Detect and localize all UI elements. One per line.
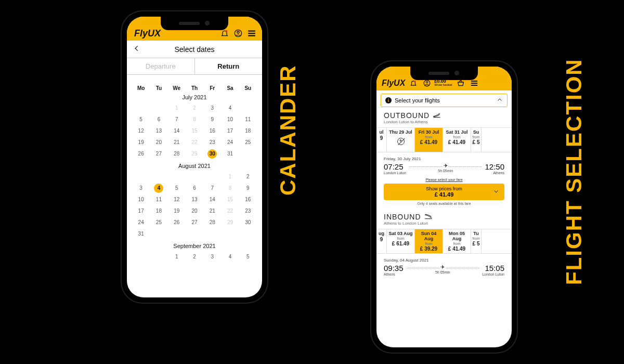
calendar-day[interactable]: 1 [168,251,186,263]
calendar-day[interactable]: 31 [132,228,150,240]
calendar-day[interactable]: 27 [150,148,167,160]
calendar-day[interactable]: 18 [239,125,257,137]
calendar-day[interactable]: 16 [239,194,257,205]
calendar-day[interactable]: 6 [150,114,167,125]
calendar-day[interactable]: 21 [203,205,221,217]
departure-place: London Luton [384,171,406,175]
phone-notch [161,17,228,30]
calendar-day[interactable]: 2 [186,102,203,114]
calendar-day[interactable]: 6 [186,183,203,194]
date-strip-item[interactable]: ul9 [376,128,387,152]
calendar-day[interactable]: 5 [239,251,257,263]
calendar-day[interactable]: 17 [221,125,239,137]
date-strip-item[interactable]: Sat 31 Julfrom£ 41.49 [443,128,471,152]
calendar-day[interactable]: 23 [239,205,257,217]
back-chevron-icon[interactable] [133,45,140,54]
calendar-day[interactable]: 17 [132,205,150,217]
calendar-day[interactable]: 18 [150,205,167,217]
date-strip-item[interactable]: Tufrom£ 5 [471,229,482,253]
calendar-day[interactable]: 25 [239,137,257,148]
calendar-day-selected-start[interactable]: 30 [203,148,221,160]
calendar-day[interactable]: 30 [239,217,257,228]
calendar-day[interactable]: 4 [221,102,239,114]
calendar-day[interactable]: 11 [239,114,257,125]
calendar-day[interactable]: 13 [150,125,167,137]
date-strip-item[interactable]: ug9 [376,229,387,253]
outbound-date-strip[interactable]: ul9 Thu 29 Jul Fri 30 Julfrom£ 41.49 Sat… [376,127,512,152]
show-prices-button[interactable]: Show prices from £ 41.49 [384,184,504,200]
calendar-day[interactable]: 9 [239,183,257,194]
calendar-day[interactable]: 26 [132,148,150,160]
calendar-day[interactable]: 1 [221,171,239,183]
calendar-day[interactable]: 10 [221,114,239,125]
calendar-grid-september: 1 2 3 4 5 [132,251,257,263]
calendar-day[interactable]: 9 [203,114,221,125]
basket-summary[interactable]: £0.00 Show basket [434,80,452,87]
hamburger-menu-icon[interactable] [246,28,257,38]
calendar-day[interactable]: 5 [168,183,186,194]
calendar-day[interactable]: 15 [221,194,239,205]
calendar-day[interactable]: 15 [186,125,203,137]
calendar-day[interactable]: 26 [168,217,186,228]
calendar-day[interactable]: 10 [132,194,150,205]
calendar-day[interactable]: 14 [168,125,186,137]
calendar-day[interactable]: 28 [203,217,221,228]
calendar-day[interactable]: 24 [221,137,239,148]
account-icon[interactable] [233,28,243,38]
date-strip-item[interactable]: Sufrom£ 5 [471,128,482,152]
calendar-day[interactable]: 22 [221,205,239,217]
calendar-day[interactable]: 31 [221,148,239,160]
date-strip-item-selected[interactable]: Fri 30 Julfrom£ 41.49 [415,128,443,152]
inbound-date-strip[interactable]: ug9 Sat 03 Augfrom£ 61.49 Sun 04 Augfrom… [376,229,512,254]
calendar-day[interactable]: 28 [168,148,186,160]
tab-departure[interactable]: Departure [127,58,195,74]
calendar-day[interactable]: 3 [132,183,150,194]
date-strip-item-selected[interactable]: Sun 04 Augfrom£ 39.29 [415,229,443,253]
calendar-day[interactable]: 12 [132,125,150,137]
calendar-day[interactable]: 2 [239,171,257,183]
calendar-day-selected-end[interactable]: 4 [150,183,167,194]
calendar-day[interactable]: 2 [186,251,203,263]
svg-point-0 [225,30,227,32]
calendar-day[interactable]: 25 [150,217,167,228]
calendar-day[interactable]: 27 [186,217,203,228]
calendar-day[interactable]: 22 [186,137,203,148]
date-strip-item[interactable]: Mon 05 Augfrom£ 41.49 [443,229,471,253]
calendar-day[interactable]: 14 [203,194,221,205]
date-strip-item[interactable]: Sat 03 Augfrom£ 61.49 [387,229,415,253]
calendar-day[interactable]: 21 [168,137,186,148]
departure-place: Athens [384,272,404,276]
chevron-down-icon [493,187,499,197]
calendar-day[interactable]: 1 [168,102,186,114]
date-strip-item[interactable]: Thu 29 Jul [387,128,415,152]
select-flights-bar[interactable]: i Select your flights [381,94,508,107]
calendar-day[interactable]: 7 [203,183,221,194]
calendar-day[interactable]: 24 [132,217,150,228]
calendar-day[interactable]: 19 [132,137,150,148]
calendar-day[interactable]: 5 [132,114,150,125]
seats-remaining: Only 4 seats available at this fare [376,202,512,205]
calendar-day[interactable]: 8 [186,114,203,125]
sidebar-label-flight-selection: FLIGHT SELECTION [562,42,587,302]
calendar-day[interactable]: 4 [221,251,239,263]
calendar-day[interactable]: 23 [203,137,221,148]
tab-return[interactable]: Return [195,58,263,74]
calendar-day[interactable]: 19 [168,205,186,217]
calendar-day[interactable]: 20 [186,205,203,217]
calendar-day[interactable]: 20 [150,137,167,148]
calendar-day[interactable]: 29 [186,148,203,160]
calendar-day[interactable]: 7 [168,114,186,125]
phone-flight-selection: FlyUX £0.00 Show basket i Select your fl… [371,61,517,353]
calendar-day[interactable]: 16 [203,125,221,137]
calendar-scroll[interactable]: MoTuWeThFrSaSu July 2021 1 2 3 4 5 6 7 8… [127,82,262,297]
calendar-day[interactable]: 12 [168,194,186,205]
calendar-day[interactable]: 3 [203,251,221,263]
month-label-july: July 2021 [132,94,257,100]
calendar-day[interactable]: 29 [221,217,239,228]
calendar-day[interactable]: 13 [186,194,203,205]
svg-point-8 [426,82,428,84]
calendar-day[interactable]: 11 [150,194,167,205]
calendar-day[interactable]: 3 [203,102,221,114]
arrival-place: Athens [485,171,504,175]
calendar-day[interactable]: 8 [221,183,239,194]
